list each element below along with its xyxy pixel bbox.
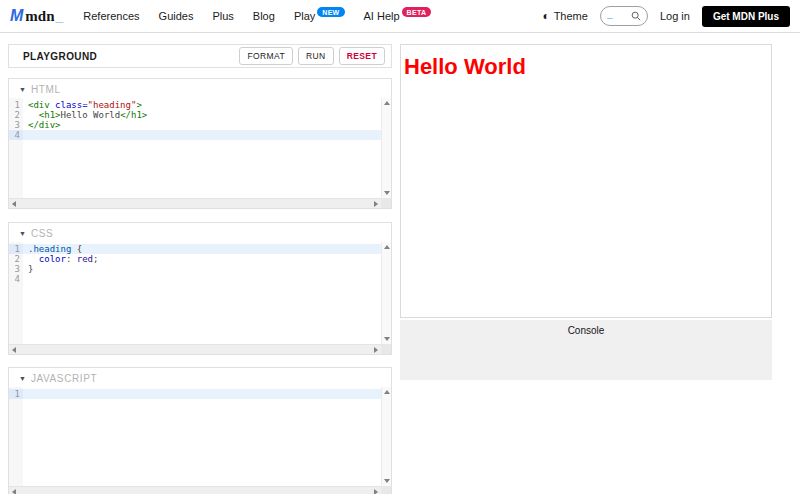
code-line: 1.heading { bbox=[9, 244, 381, 254]
login-link[interactable]: Log in bbox=[660, 10, 690, 22]
output-iframe: Hello World bbox=[400, 44, 772, 318]
console-label[interactable]: Console bbox=[400, 320, 772, 336]
code-text: </div> bbox=[23, 120, 61, 130]
code-line: 4 bbox=[9, 130, 381, 140]
html-code-editor[interactable]: 1<div class="heading">2 <h1>Hello World<… bbox=[9, 98, 391, 208]
scroll-down-arrow-icon[interactable] bbox=[384, 337, 390, 341]
code-line: 1<div class="heading"> bbox=[9, 100, 381, 110]
code-scroller: 1 bbox=[9, 387, 381, 486]
scroll-down-arrow-icon[interactable] bbox=[384, 191, 390, 195]
scroll-up-arrow-icon[interactable] bbox=[384, 390, 390, 394]
css-code-editor[interactable]: 1.heading {2 color: red;3}4 bbox=[9, 242, 391, 354]
nav-item-guides[interactable]: Guides bbox=[159, 10, 194, 22]
code-line: 2 color: red; bbox=[9, 254, 381, 264]
scroll-left-arrow-icon[interactable] bbox=[12, 201, 16, 207]
code-text bbox=[23, 130, 28, 140]
main-nav: ReferencesGuidesPlusBlogPlayNEWAI HelpBE… bbox=[83, 10, 431, 22]
theme-icon: ◐ bbox=[542, 10, 549, 22]
search-icon bbox=[631, 11, 641, 21]
new-badge: NEW bbox=[317, 7, 344, 17]
code-line: 3} bbox=[9, 264, 381, 274]
html-section-toggle[interactable]: ▼HTML bbox=[9, 79, 391, 98]
code-scroller: 1<div class="heading">2 <h1>Hello World<… bbox=[9, 98, 381, 198]
code-line: 3</div> bbox=[9, 120, 381, 130]
line-number: 2 bbox=[9, 110, 23, 120]
horizontal-scrollbar[interactable] bbox=[9, 344, 381, 354]
nav-item-label: Play bbox=[294, 10, 315, 22]
scroll-right-arrow-icon[interactable] bbox=[374, 489, 378, 494]
mdn-logo-icon: M bbox=[10, 7, 23, 25]
mdn-logo-underscore: _ bbox=[56, 8, 64, 24]
css-editor-section: ▼CSS1.heading {2 color: red;3}4 bbox=[8, 222, 392, 355]
code-line: 4 bbox=[9, 274, 381, 284]
header-right: ◐ Theme _ Log in Get MDN Plus bbox=[542, 6, 790, 27]
code-text: } bbox=[23, 264, 33, 274]
scroll-left-arrow-icon[interactable] bbox=[12, 347, 16, 353]
scroll-right-arrow-icon[interactable] bbox=[374, 201, 378, 207]
theme-switcher-button[interactable]: ◐ Theme bbox=[542, 10, 588, 22]
nav-item-references[interactable]: References bbox=[83, 10, 139, 22]
nav-item-plus[interactable]: Plus bbox=[212, 10, 233, 22]
nav-item-label: References bbox=[83, 10, 139, 22]
code-text: <div class="heading"> bbox=[23, 100, 142, 110]
console-panel: Console bbox=[400, 320, 772, 380]
code-line: 1 bbox=[9, 389, 381, 399]
code-scroller: 1.heading {2 color: red;3}4 bbox=[9, 242, 381, 344]
horizontal-scrollbar[interactable] bbox=[9, 486, 381, 494]
output-heading: Hello World bbox=[404, 55, 771, 79]
scroll-left-arrow-icon[interactable] bbox=[12, 489, 16, 494]
beta-badge: BETA bbox=[402, 7, 432, 17]
nav-item-play[interactable]: PlayNEW bbox=[294, 10, 345, 22]
nav-item-blog[interactable]: Blog bbox=[253, 10, 275, 22]
line-number: 1 bbox=[9, 389, 23, 399]
playground-toolbar: PLAYGROUND FORMATRUNRESET bbox=[8, 44, 392, 68]
scroll-up-arrow-icon[interactable] bbox=[384, 101, 390, 105]
code-text bbox=[23, 274, 28, 284]
get-mdn-plus-button[interactable]: Get MDN Plus bbox=[702, 6, 790, 27]
scroll-down-arrow-icon[interactable] bbox=[384, 479, 390, 483]
playground-title: PLAYGROUND bbox=[23, 51, 97, 62]
format-button[interactable]: FORMAT bbox=[239, 47, 293, 65]
scrollbar-corner bbox=[381, 486, 391, 494]
line-number: 1 bbox=[9, 100, 23, 110]
reset-button[interactable]: RESET bbox=[339, 47, 385, 65]
nav-item-label: Blog bbox=[253, 10, 275, 22]
vertical-scrollbar[interactable] bbox=[381, 242, 391, 344]
search-input[interactable]: _ bbox=[600, 6, 648, 26]
nav-item-label: Plus bbox=[212, 10, 233, 22]
scrollbar-corner bbox=[381, 344, 391, 354]
output-column: Hello World Console bbox=[400, 33, 772, 380]
html-section-label: HTML bbox=[31, 84, 61, 95]
nav-item-ai-help[interactable]: AI HelpBETA bbox=[364, 10, 432, 22]
mdn-logo-text: mdn bbox=[25, 8, 54, 25]
code-text: <h1>Hello World</h1> bbox=[23, 110, 147, 120]
line-number: 3 bbox=[9, 264, 23, 274]
theme-label: Theme bbox=[554, 10, 588, 22]
nav-item-label: AI Help bbox=[364, 10, 400, 22]
css-section-toggle[interactable]: ▼CSS bbox=[9, 223, 391, 242]
code-text bbox=[23, 389, 28, 399]
javascript-code-editor[interactable]: 1 bbox=[9, 387, 391, 494]
vertical-scrollbar[interactable] bbox=[381, 98, 391, 198]
horizontal-scrollbar[interactable] bbox=[9, 198, 381, 208]
site-header: M mdn _ ReferencesGuidesPlusBlogPlayNEWA… bbox=[0, 0, 800, 33]
code-text: .heading { bbox=[23, 244, 82, 254]
collapse-triangle-icon: ▼ bbox=[19, 86, 26, 93]
scrollbar-corner bbox=[381, 198, 391, 208]
mdn-logo[interactable]: M mdn _ bbox=[10, 7, 63, 25]
javascript-section-toggle[interactable]: ▼JAVASCRIPT bbox=[9, 368, 391, 387]
line-number: 3 bbox=[9, 120, 23, 130]
javascript-section-label: JAVASCRIPT bbox=[31, 373, 97, 384]
line-number: 1 bbox=[9, 244, 23, 254]
line-number: 2 bbox=[9, 254, 23, 264]
editors-column: PLAYGROUND FORMATRUNRESET ▼HTML1<div cla… bbox=[8, 33, 392, 494]
html-editor-section: ▼HTML1<div class="heading">2 <h1>Hello W… bbox=[8, 78, 392, 209]
run-button[interactable]: RUN bbox=[298, 47, 334, 65]
scroll-up-arrow-icon[interactable] bbox=[384, 245, 390, 249]
vertical-scrollbar[interactable] bbox=[381, 387, 391, 486]
line-number: 4 bbox=[9, 274, 23, 284]
code-line: 2 <h1>Hello World</h1> bbox=[9, 110, 381, 120]
collapse-triangle-icon: ▼ bbox=[19, 375, 26, 382]
scroll-right-arrow-icon[interactable] bbox=[374, 347, 378, 353]
toolbar-buttons: FORMATRUNRESET bbox=[239, 47, 385, 65]
